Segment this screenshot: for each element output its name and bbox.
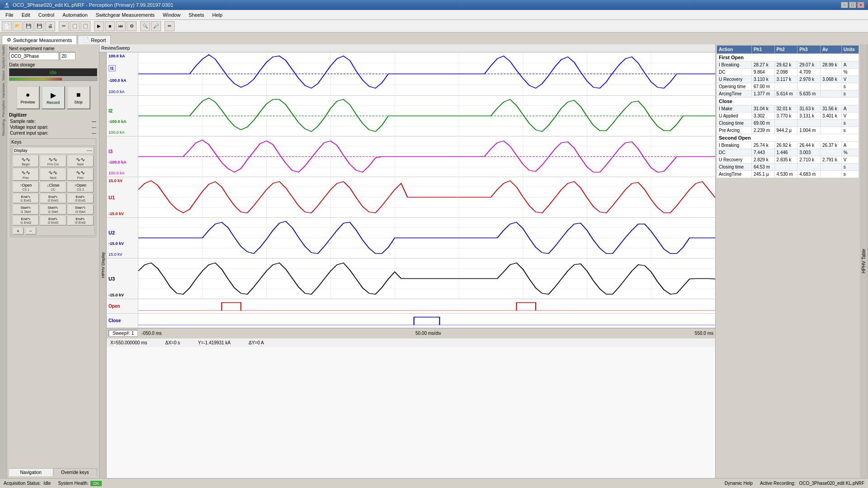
remove-key-button[interactable]: − — [25, 227, 36, 235]
time-end: 550.0 ms — [695, 331, 713, 336]
dynamic-help-status: Dynamic Help — [725, 481, 753, 486]
experiment-name-input[interactable] — [9, 52, 59, 60]
section-second-open: Second Open — [717, 134, 859, 142]
tb-settings[interactable]: ⚙ — [127, 21, 137, 31]
preview-button[interactable]: ● Preview — [16, 86, 40, 109]
channel-u3: 15.0 kV U3 -15.0 kV — [107, 258, 715, 299]
tab-switchgear[interactable]: ⚙ Switchgear Measurements — [2, 35, 77, 44]
close-button[interactable]: × — [857, 2, 864, 8]
key-i1end2[interactable]: End∿i1 End2 — [13, 216, 39, 226]
tb-rewind[interactable]: ⏮ — [116, 21, 126, 31]
left-panel: System Health Status Hardware Perception… — [0, 44, 99, 478]
experiment-section: Next experiment name — [9, 46, 97, 61]
menu-switchgear[interactable]: Switchgear Measurements — [92, 11, 158, 19]
key-prev-1[interactable]: ∿∿Prev — [13, 168, 39, 180]
menu-file[interactable]: File — [2, 11, 17, 19]
current-span-row: Current input span: --- — [10, 130, 96, 136]
i3-waveform — [138, 136, 715, 177]
minimize-button[interactable]: − — [841, 2, 848, 8]
row-i-breaking-1: I Breaking 28.27 k 29.62 k 29.07 k 28.99… — [717, 61, 859, 69]
key-i3end2[interactable]: End∿i3 End2 — [67, 216, 94, 226]
tb-open[interactable]: 📂 — [13, 21, 23, 31]
display-row: Display ---- — [13, 147, 94, 154]
tb-pencil[interactable]: ✏ — [165, 21, 175, 31]
stop-button[interactable]: ■ Stop — [67, 86, 90, 109]
menu-automation[interactable]: Automation — [59, 11, 91, 19]
tb-zoom-in[interactable]: 🔍 — [140, 21, 150, 31]
row-arcing-time-2: ArcingTime 245.1 μ 4.530 m 4.683 m s — [717, 171, 859, 178]
hphv-display-label: HPHV Display — [99, 52, 107, 478]
channels-container: 100.0 kA I1 -100.0 kA 100.0 kA — [107, 52, 715, 478]
i3-label: I3 — [108, 149, 113, 154]
data-storage-label: Data storage — [9, 62, 97, 67]
key-i1end1[interactable]: End∿i1 End1 — [13, 193, 39, 204]
col-ph3: Ph3 — [797, 46, 821, 54]
key-next-1[interactable]: ∿∿Next — [67, 155, 94, 167]
col-ph2: Ph2 — [774, 46, 797, 54]
tb-cut[interactable]: ✂ — [59, 21, 69, 31]
time-start: -050.0 ms — [142, 331, 161, 336]
menu-sheets[interactable]: Sheets — [185, 11, 208, 19]
title-bar: 🔬 OCO_3Phase020_edit KL.pNRF - Perceptio… — [0, 0, 868, 10]
key-i2end1[interactable]: End∿i2 End1 — [40, 193, 66, 204]
toolbar: 📄 📂 💾 💾 🖨 ✂ 📋 📋 ▶ ■ ⏮ ⚙ 🔍 🔎 ✏ — [0, 20, 868, 33]
u2-label: U2 — [108, 230, 115, 235]
delta-x: ΔX=0 s — [165, 340, 180, 345]
section-first-open: First Open — [717, 54, 859, 61]
tb-new[interactable]: 📄 — [2, 21, 12, 31]
tb-play[interactable]: ▶ — [94, 21, 104, 31]
open-waveform — [138, 299, 715, 313]
col-units: Units — [841, 46, 859, 54]
tb-save2[interactable]: 💾 — [34, 21, 44, 31]
row-u-recovery-2: U Recovery 2.829 k 2.835 k 2.710 k 2.791… — [717, 156, 859, 164]
key-i2start[interactable]: Start∿i2 Start — [40, 204, 66, 215]
key-i2end2[interactable]: End∿i2 End2 — [40, 216, 66, 226]
recording-label: Recording — [0, 118, 6, 136]
nav-tab-override[interactable]: Override keys — [53, 469, 98, 476]
menu-control[interactable]: Control — [35, 11, 58, 19]
menu-window[interactable]: Window — [159, 11, 184, 19]
key-i3start[interactable]: Start∿i3 Start — [67, 204, 94, 215]
nav-tabs: Navigation Override keys — [9, 468, 97, 476]
tb-zoom-out[interactable]: 🔎 — [151, 21, 161, 31]
tb-stop[interactable]: ■ — [105, 21, 115, 31]
tb-copy[interactable]: 📋 — [70, 21, 80, 31]
tb-print[interactable]: 🖨 — [45, 21, 55, 31]
key-cs2[interactable]: ↑OpenCS 2 — [67, 182, 94, 192]
i1-channel-marker: I1 — [108, 65, 116, 71]
experiment-num-input[interactable] — [60, 52, 75, 60]
i1-mid-val: 100.0 kA — [108, 89, 136, 94]
nav-tab-navigation[interactable]: Navigation — [9, 469, 53, 476]
row-pre-arcing: Pre Arcing 2.239 m 944.2 μ 1.004 m s — [717, 127, 859, 134]
key-i1start[interactable]: Start∿i1 Start — [13, 204, 39, 215]
menu-edit[interactable]: Edit — [18, 11, 34, 19]
close-label: Close — [108, 318, 136, 323]
tb-save[interactable]: 💾 — [24, 21, 33, 31]
key-next-2[interactable]: ∿∿Next — [40, 168, 66, 180]
key-cc[interactable]: ↓CloseCC — [40, 182, 66, 192]
add-key-button[interactable]: + — [13, 227, 24, 235]
key-begin[interactable]: ∿∿Begin — [13, 155, 39, 167]
key-i3end1[interactable]: End∿i3 End1 — [67, 193, 94, 204]
maximize-button[interactable]: □ — [849, 2, 856, 8]
channel-u1: 15.0 kV U1 -15.0 kV — [107, 177, 715, 218]
i3-side: 100.0 kA I3 -100.0 kA 100.0 kA — [107, 136, 138, 177]
cell-ph3: 29.07 k — [797, 61, 821, 69]
data-storage-section: Data storage Idle — [9, 62, 97, 83]
row-closing-time-1: Closing time 69.00 m s — [717, 120, 859, 127]
row-closing-time-2: Closing time 64.53 m s — [717, 164, 859, 171]
tab-report[interactable]: 📄 Report — [78, 35, 111, 44]
record-button[interactable]: ▶ Record — [42, 86, 65, 109]
section-close: Close — [717, 98, 859, 105]
progress-bar-container — [9, 77, 97, 81]
app-icon: 🔬 — [4, 2, 10, 8]
key-prev-2[interactable]: ∿∿Prev — [67, 168, 94, 180]
u3-bot-val: -15.0 kV — [108, 293, 136, 297]
sample-rate-row: Sample rate: — — [10, 118, 96, 124]
key-cs1[interactable]: ↑OpenCS 1 — [13, 182, 39, 192]
key-frm-crs[interactable]: ∿∿Frm Crs — [40, 155, 66, 167]
digitizer-label: Digitizer — [9, 113, 97, 117]
tb-paste[interactable]: 📋 — [80, 21, 90, 31]
cell-action: I Breaking — [717, 61, 752, 69]
menu-help[interactable]: Help — [208, 11, 226, 19]
